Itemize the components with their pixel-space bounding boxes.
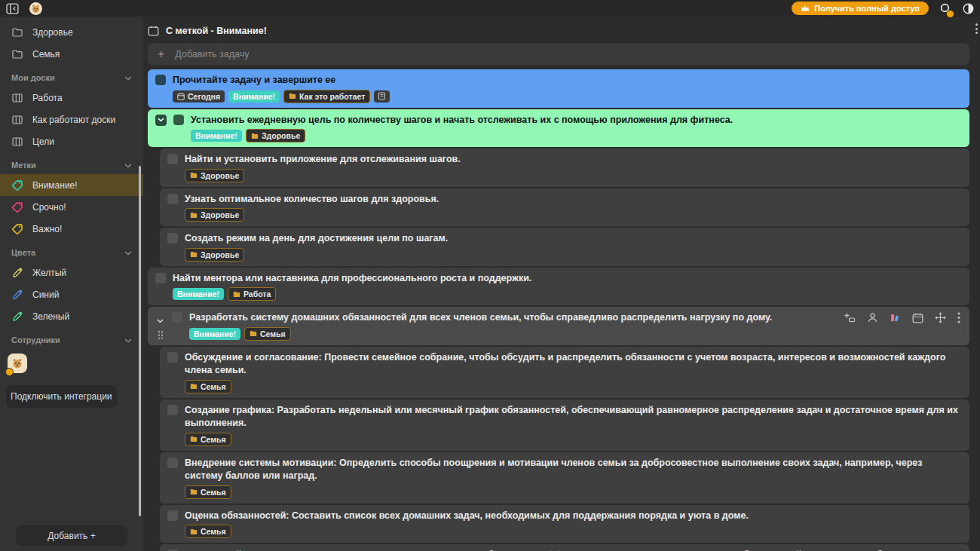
sidebar-add-button[interactable]: Добавить + xyxy=(16,525,127,546)
sticker-badge: Внимание! xyxy=(191,130,242,142)
board-icon xyxy=(11,137,23,146)
task-checkbox[interactable] xyxy=(167,352,178,363)
sticker-badge: Внимание! xyxy=(189,328,240,340)
sidebar-section-header[interactable]: Мои доски xyxy=(0,65,143,87)
search-icon[interactable] xyxy=(939,2,952,15)
folder-icon xyxy=(190,172,198,179)
subtask-row[interactable]: Создание графика: Разработать недельный … xyxy=(160,399,969,451)
sidebar-item-цели[interactable]: Цели xyxy=(0,130,143,152)
stickers-icon[interactable] xyxy=(890,312,901,323)
subtask-row[interactable]: Создать режим на день для достижения цел… xyxy=(160,228,969,266)
sidebar-item-label: Работа xyxy=(32,93,63,103)
add-task-input[interactable] xyxy=(173,48,960,60)
paint-icon xyxy=(11,289,23,300)
task-checkbox[interactable] xyxy=(167,405,178,415)
collapse-toggle[interactable] xyxy=(155,115,167,126)
task-row[interactable]: Разработать систему домашних обязанносте… xyxy=(148,307,969,345)
folder-icon xyxy=(251,133,259,139)
top-bar: Получить полный доступ xyxy=(0,0,980,17)
board-badge: Семья xyxy=(244,327,291,341)
sidebar-item-срочно-[interactable]: Срочно! xyxy=(0,196,143,218)
board-badge: Семья xyxy=(185,433,231,446)
crown-icon xyxy=(801,5,810,12)
task-list: Прочитайте задачу и завершите ееСегодняВ… xyxy=(148,69,969,551)
section-title: Сотрудники xyxy=(11,335,60,344)
task-row[interactable]: Найти ментора или наставника для професс… xyxy=(148,268,969,306)
sidebar-section-header[interactable]: Метки xyxy=(0,152,143,174)
subtask-row[interactable]: Узнать оптимальное количество шагов для … xyxy=(160,188,969,227)
task-checkbox[interactable] xyxy=(167,458,178,468)
sidebar-item-синий[interactable]: Синий xyxy=(0,283,143,305)
task-checkbox[interactable] xyxy=(167,233,178,243)
board-menu-icon[interactable] xyxy=(975,23,978,34)
more-icon[interactable] xyxy=(957,312,960,323)
board-badge: Работа xyxy=(228,287,276,301)
get-full-access-button[interactable]: Получить полный доступ xyxy=(792,2,929,15)
board-badge: Семья xyxy=(185,525,231,538)
subtask-row[interactable]: Найти и установить приложение для отслеж… xyxy=(160,148,969,187)
task-checkbox[interactable] xyxy=(167,510,178,521)
task-checkbox[interactable] xyxy=(173,115,184,125)
sidebar-item-label: Зеленый xyxy=(32,311,69,322)
task-checkbox[interactable] xyxy=(155,75,166,85)
task-row[interactable]: Прочитайте задачу и завершите ееСегодняВ… xyxy=(148,69,969,108)
task-checkbox[interactable] xyxy=(167,154,178,164)
task-title: Найти и установить приложение для отслеж… xyxy=(185,152,962,167)
board-badge: Здоровье xyxy=(185,208,244,222)
paint-icon xyxy=(11,267,23,278)
sidebar-section-header[interactable]: Цвета xyxy=(0,240,143,262)
subtask-row[interactable]: Регулярный пересмотр: Наметить периодиче… xyxy=(160,544,969,551)
chevron-down-icon xyxy=(124,335,132,344)
sidebar-item-label: Желтый xyxy=(32,268,66,278)
sidebar-item-семья[interactable]: Семья xyxy=(0,43,143,65)
tag-icon xyxy=(11,223,23,235)
section-title: Цвета xyxy=(11,248,35,257)
move-icon[interactable] xyxy=(935,312,946,323)
theme-toggle-icon[interactable] xyxy=(963,3,974,14)
subtask-row[interactable]: Внедрение системы мотивации: Определить … xyxy=(160,452,969,504)
sidebar-item-здоровье[interactable]: Здоровье xyxy=(0,21,143,43)
sidebar-scrollbar[interactable] xyxy=(139,166,141,516)
member-avatar[interactable] xyxy=(8,354,27,373)
folder-icon xyxy=(11,50,23,59)
sidebar-item-работа[interactable]: Работа xyxy=(0,87,143,109)
task-row[interactable]: Установить ежедневную цель по количеству… xyxy=(148,109,969,148)
connect-integrations-button[interactable]: Подключить интеграции xyxy=(6,385,117,408)
task-checkbox[interactable] xyxy=(172,312,182,323)
chevron-down-icon xyxy=(124,248,132,257)
note-icon xyxy=(378,92,386,100)
sidebar-item-как-работают-доски[interactable]: Как работают доски xyxy=(0,109,143,130)
sidebar-item-важно-[interactable]: Важно! xyxy=(0,218,143,240)
task-title: Обсуждение и согласование: Провести семе… xyxy=(185,350,962,378)
workspace-avatar[interactable] xyxy=(29,2,42,15)
task-checkbox[interactable] xyxy=(155,273,166,283)
tag-icon xyxy=(11,179,23,191)
subtask-row[interactable]: Оценка обязанностей: Составить список вс… xyxy=(160,505,969,543)
sidebar-section-header[interactable]: Сотрудники xyxy=(0,327,143,349)
deadline-icon[interactable] xyxy=(912,313,923,323)
task-checkbox[interactable] xyxy=(167,194,178,204)
sidebar-item-внимание-[interactable]: Внимание! xyxy=(0,174,143,196)
owner-badge xyxy=(5,368,14,376)
sidebar-collapse-icon[interactable] xyxy=(6,3,19,14)
collapse-toggle[interactable] xyxy=(157,313,164,326)
plus-icon: + xyxy=(158,48,164,60)
folder-icon xyxy=(190,212,198,219)
assignee-icon[interactable] xyxy=(867,312,878,323)
sticker-badge: Внимание! xyxy=(228,90,280,103)
task-title: Найти ментора или наставника для професс… xyxy=(173,271,962,286)
add-subtask-icon[interactable] xyxy=(844,312,856,323)
board-badge: Как это работает xyxy=(283,90,370,103)
folder-icon xyxy=(190,528,198,535)
sidebar-item-зеленый[interactable]: Зеленый xyxy=(0,305,143,327)
board-icon xyxy=(11,93,23,103)
board-icon xyxy=(11,115,23,124)
drag-handle[interactable] xyxy=(158,330,164,339)
folder-icon xyxy=(250,330,257,337)
task-title: Узнать оптимальное количество шагов для … xyxy=(185,192,962,207)
task-panel: С меткой - Внимание! + Прочитайте задачу… xyxy=(143,17,980,551)
subtask-row[interactable]: Обсуждение и согласование: Провести семе… xyxy=(160,347,969,398)
sidebar-item-желтый[interactable]: Желтый xyxy=(0,262,143,283)
board-badge: Семья xyxy=(185,380,231,393)
sidebar-item-label: Семья xyxy=(32,49,60,60)
